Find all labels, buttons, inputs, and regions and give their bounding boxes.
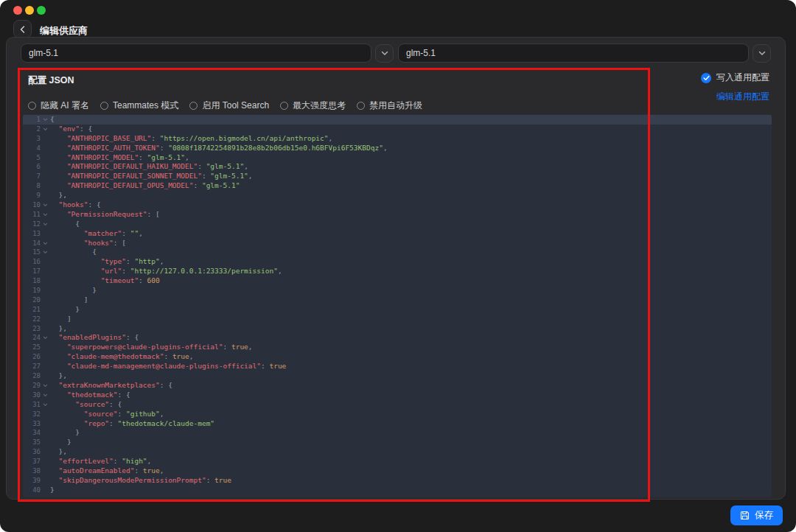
- code-line[interactable]: 34 }: [23, 428, 772, 438]
- code-line[interactable]: 24 "enabledPlugins": {: [23, 333, 772, 343]
- code-line[interactable]: 1{: [23, 115, 772, 125]
- option-checkbox[interactable]: [280, 102, 288, 110]
- code-text: },: [50, 191, 67, 200]
- write-common-checkbox[interactable]: 写入通用配置: [701, 71, 769, 84]
- model-secondary-dropdown-button[interactable]: [753, 44, 771, 63]
- code-line[interactable]: 5 "ANTHROPIC_MODEL": "glm-5.1",: [23, 153, 772, 163]
- model-primary-dropdown-button[interactable]: [375, 44, 394, 63]
- fold-spacer: [41, 324, 50, 334]
- code-line[interactable]: 36 },: [23, 447, 772, 457]
- code-text: "source": {: [50, 400, 122, 410]
- code-line[interactable]: 38 "autoDreamEnabled": true,: [23, 466, 772, 476]
- code-line[interactable]: 16 "type": "http",: [23, 257, 772, 267]
- code-line[interactable]: 10 "hooks": {: [23, 200, 772, 210]
- code-line[interactable]: 25 "superpowers@claude-plugins-official"…: [23, 343, 772, 352]
- line-number: 12: [23, 220, 41, 229]
- back-button[interactable]: [13, 20, 32, 38]
- code-line[interactable]: 2 "env": {: [23, 125, 772, 134]
- code-line[interactable]: 29 "extraKnownMarketplaces": {: [23, 381, 772, 391]
- code-line[interactable]: 8 "ANTHROPIC_DEFAULT_OPUS_MODEL": "glm-5…: [23, 181, 772, 191]
- code-line[interactable]: 12 {: [23, 220, 772, 229]
- code-line[interactable]: 23 },: [23, 324, 772, 334]
- model-input-secondary[interactable]: [398, 43, 749, 63]
- code-text: }: [50, 438, 71, 447]
- code-line[interactable]: 13 "matcher": "",: [23, 229, 772, 239]
- code-line[interactable]: 33 "repo": "thedotmack/claude-mem": [23, 419, 772, 429]
- fold-chevron-icon[interactable]: [41, 381, 50, 391]
- edit-common-link[interactable]: 编辑通用配置: [701, 91, 769, 103]
- model-input-primary[interactable]: [21, 43, 371, 63]
- option-checkbox[interactable]: [28, 102, 36, 110]
- fold-chevron-icon[interactable]: [41, 210, 50, 220]
- line-number: 37: [23, 457, 41, 466]
- code-text: "env": {: [50, 125, 92, 134]
- fold-chevron-icon[interactable]: [41, 200, 50, 210]
- code-line[interactable]: 6 "ANTHROPIC_DEFAULT_HAIKU_MODEL": "glm-…: [23, 162, 772, 172]
- line-number: 40: [23, 486, 41, 495]
- code-line[interactable]: 4 "ANTHROPIC_AUTH_TOKEN": "0808f18742254…: [23, 144, 772, 153]
- code-line[interactable]: 30 "thedotmack": {: [23, 391, 772, 400]
- config-option[interactable]: 最大强度思考: [280, 99, 346, 112]
- code-line[interactable]: 17 "url": "http://127.0.0.1:23333/permis…: [23, 267, 772, 276]
- fold-spacer: [41, 352, 50, 362]
- fold-spacer: [41, 267, 50, 276]
- code-line[interactable]: 21 }: [23, 305, 772, 315]
- code-line[interactable]: 31 "source": {: [23, 400, 772, 410]
- fold-spacer: [41, 486, 50, 495]
- code-line[interactable]: 26 "claude-mem@thedotmack": true,: [23, 352, 772, 362]
- config-option[interactable]: 启用 Tool Search: [189, 99, 269, 112]
- fold-spacer: [41, 276, 50, 286]
- code-line[interactable]: 39 "skipDangerousModePermissionPrompt": …: [23, 476, 772, 486]
- code-line[interactable]: 15 {: [23, 248, 772, 257]
- code-line[interactable]: 11 "PermissionRequest": [: [23, 210, 772, 220]
- code-line[interactable]: 9 },: [23, 191, 772, 200]
- code-text: "ANTHROPIC_DEFAULT_HAIKU_MODEL": "glm-5.…: [50, 162, 248, 172]
- fold-spacer: [41, 315, 50, 324]
- config-options-row: 隐藏 AI 署名Teammates 模式启用 Tool Search最大强度思考…: [28, 99, 422, 112]
- fold-chevron-icon[interactable]: [41, 239, 50, 248]
- code-text: }: [50, 486, 55, 495]
- fold-chevron-icon[interactable]: [41, 115, 50, 125]
- fold-chevron-icon[interactable]: [41, 333, 50, 343]
- code-text: "ANTHROPIC_BASE_URL": "https://open.bigm…: [50, 134, 332, 144]
- option-checkbox[interactable]: [189, 102, 198, 110]
- code-line[interactable]: 19 }: [23, 286, 772, 295]
- config-option[interactable]: Teammates 模式: [100, 99, 178, 112]
- code-line[interactable]: 20 ]: [23, 295, 772, 305]
- code-line[interactable]: 32 "source": "github",: [23, 410, 772, 419]
- line-number: 39: [23, 476, 41, 486]
- code-line[interactable]: 18 "timeout": 600: [23, 276, 772, 286]
- fold-chevron-icon[interactable]: [41, 248, 50, 257]
- fold-spacer: [41, 476, 50, 486]
- traffic-light-close[interactable]: [13, 6, 22, 15]
- code-text: "ANTHROPIC_MODEL": "glm-5.1",: [50, 153, 189, 163]
- code-text: },: [50, 447, 67, 457]
- fold-spacer: [41, 371, 50, 381]
- code-line[interactable]: 28 },: [23, 371, 772, 381]
- config-option[interactable]: 隐藏 AI 署名: [28, 99, 89, 112]
- code-line[interactable]: 7 "ANTHROPIC_DEFAULT_SONNET_MODEL": "glm…: [23, 172, 772, 181]
- code-line[interactable]: 3 "ANTHROPIC_BASE_URL": "https://open.bi…: [23, 134, 772, 144]
- code-line[interactable]: 37 "effortLevel": "high",: [23, 457, 772, 466]
- chevron-down-icon: [381, 51, 388, 56]
- code-line[interactable]: 14 "hooks": [: [23, 239, 772, 248]
- fold-chevron-icon[interactable]: [41, 391, 50, 400]
- code-text: ]: [50, 315, 71, 324]
- code-text: },: [50, 371, 67, 381]
- fold-chevron-icon[interactable]: [41, 220, 50, 229]
- traffic-light-zoom[interactable]: [37, 6, 46, 15]
- line-number: 6: [23, 162, 41, 172]
- code-line[interactable]: 27 "claude-md-management@claude-plugins-…: [23, 362, 772, 371]
- traffic-light-minimize[interactable]: [25, 6, 34, 15]
- option-checkbox[interactable]: [357, 102, 365, 110]
- save-button[interactable]: 保存: [730, 505, 783, 525]
- option-checkbox[interactable]: [100, 102, 108, 110]
- code-line[interactable]: 40}: [23, 486, 772, 495]
- config-option[interactable]: 禁用自动升级: [357, 99, 422, 112]
- json-editor[interactable]: 1{2 "env": {3 "ANTHROPIC_BASE_URL": "htt…: [23, 114, 772, 497]
- fold-spacer: [41, 343, 50, 352]
- fold-chevron-icon[interactable]: [41, 400, 50, 410]
- code-line[interactable]: 22 ]: [23, 315, 772, 324]
- fold-chevron-icon[interactable]: [41, 125, 50, 134]
- code-line[interactable]: 35 }: [23, 438, 772, 447]
